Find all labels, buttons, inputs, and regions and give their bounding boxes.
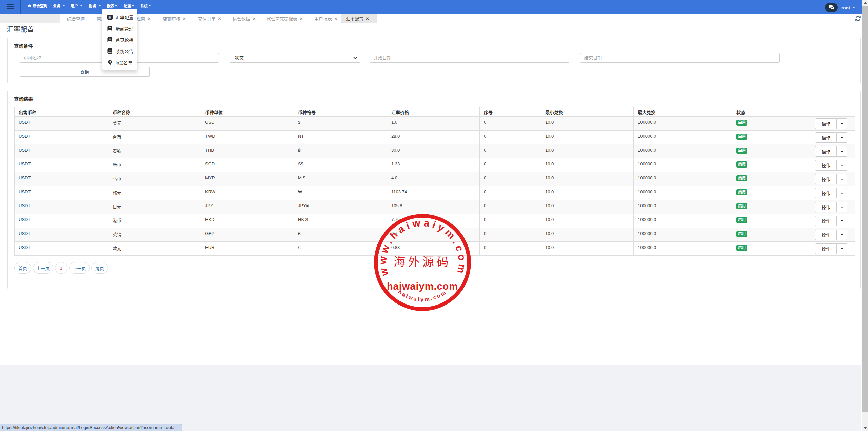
action-dropdown-toggle[interactable]: [837, 132, 847, 143]
navbar-menu-label: 配置: [124, 3, 131, 8]
cell-currency-unit: MYR: [201, 172, 294, 186]
tab[interactable]: 充值订单 ×: [198, 14, 221, 23]
navbar-menu-item[interactable]: 用户: [71, 0, 83, 12]
action-button[interactable]: 操作: [815, 174, 837, 184]
dropdown-menu-item[interactable]: ip黑名单: [102, 57, 137, 68]
cell-currency-symbol: HK $: [294, 214, 387, 228]
tab-close-icon[interactable]: ×: [218, 16, 221, 21]
vertical-scrollbar[interactable]: [862, 0, 868, 431]
cell-currency-symbol: JPY¥: [294, 200, 387, 214]
end-date-input[interactable]: [580, 53, 780, 63]
navbar-menu-item[interactable]: 系统: [140, 0, 151, 12]
refresh-icon[interactable]: [855, 16, 861, 21]
status-badge: 启用: [736, 161, 747, 168]
dropdown-menu-item[interactable]: 新闻管理: [102, 23, 137, 34]
action-dropdown-toggle[interactable]: [837, 118, 847, 129]
start-date-input[interactable]: [370, 53, 569, 63]
cell-status: 启用: [732, 131, 811, 144]
results-panel-heading: 查询结果: [14, 95, 33, 102]
pagination-button[interactable]: 尾页: [91, 262, 108, 274]
action-button[interactable]: 操作: [815, 132, 837, 143]
action-dropdown-toggle[interactable]: [837, 230, 847, 240]
action-button[interactable]: 操作: [815, 243, 837, 254]
scroll-up-button[interactable]: [862, 0, 868, 6]
cell-exchange-rate: 4.0: [387, 172, 480, 186]
cell-sequence: 0: [480, 158, 541, 172]
book-icon: [107, 26, 112, 31]
navbar-menu-item[interactable]: 综合查询: [27, 0, 47, 12]
table-row: USDT 港币 HKD HK $ 7.75 0 10.0 100000.0 启用…: [15, 214, 855, 228]
action-dropdown-toggle[interactable]: [837, 243, 847, 254]
pagination-button[interactable]: 首页: [14, 262, 31, 274]
dropdown-menu-item[interactable]: 系统公告: [102, 45, 137, 57]
cell-action: 操作: [811, 144, 855, 158]
dropdown-menu-item[interactable]: 首页轮播: [102, 34, 137, 45]
navbar-menu-item[interactable]: 业务: [53, 0, 65, 12]
cell-exchange-rate: 28.0: [387, 131, 480, 144]
navbar-menu-label: 系统: [140, 3, 148, 8]
chevron-down-icon: [132, 5, 134, 6]
tab-close-icon[interactable]: ×: [253, 16, 256, 21]
action-button[interactable]: 操作: [815, 202, 837, 212]
dropdown-menu-label: 系统公告: [116, 48, 133, 54]
tab-close-icon[interactable]: ×: [334, 16, 337, 21]
cell-currency-unit: KRW: [201, 186, 294, 200]
action-button[interactable]: 操作: [815, 160, 837, 171]
cell-status: 启用: [732, 200, 811, 214]
action-button[interactable]: 操作: [815, 118, 837, 129]
navbar-menu-item[interactable]: 财务: [89, 0, 101, 12]
pagination-button[interactable]: 上一页: [33, 262, 53, 274]
cell-currency-name: 新币: [108, 158, 201, 172]
tab[interactable]: 运营数据 ×: [233, 14, 256, 23]
tab[interactable]: 代理商充提报表 ×: [267, 14, 303, 23]
username: root: [841, 5, 850, 11]
scrollbar-thumb[interactable]: [862, 6, 868, 412]
pagination-button[interactable]: 1: [55, 262, 67, 274]
messages-button[interactable]: [825, 3, 838, 12]
tab-close-icon[interactable]: ×: [366, 16, 369, 21]
action-dropdown-toggle[interactable]: [837, 188, 847, 198]
table-header-cell: 币种符号: [294, 107, 387, 117]
tab[interactable]: 用户报表 ×: [314, 14, 337, 23]
cell-sell-currency: USDT: [15, 144, 108, 158]
cell-currency-name: 美元: [108, 117, 201, 131]
cell-sell-currency: USDT: [15, 172, 108, 186]
scroll-down-button[interactable]: [862, 425, 868, 431]
cell-max-exchange: 100000.0: [634, 131, 732, 144]
cell-min-exchange: 10.0: [541, 186, 634, 200]
action-button[interactable]: 操作: [815, 188, 837, 198]
cell-currency-symbol: £: [294, 228, 387, 242]
tab-close-icon[interactable]: ×: [183, 16, 186, 21]
action-button[interactable]: 操作: [815, 230, 837, 240]
status-badge: 启用: [736, 189, 747, 195]
cell-currency-symbol: S$: [294, 158, 387, 172]
action-dropdown-toggle[interactable]: [837, 216, 847, 226]
action-dropdown-toggle[interactable]: [837, 160, 847, 171]
hamburger-menu-icon[interactable]: [7, 4, 14, 9]
tab[interactable]: 综合查询: [67, 14, 85, 23]
tab[interactable]: 店铺审核 ×: [163, 14, 186, 23]
cell-sell-currency: USDT: [15, 186, 108, 200]
tab-label: 用户报表: [314, 15, 332, 22]
table-header-cell: 币种单位: [201, 107, 294, 117]
table-row: USDT 马币 MYR M $ 4.0 0 10.0 100000.0 启用 操…: [15, 172, 855, 186]
tab[interactable]: 汇率配置 ×: [341, 14, 377, 23]
tab-close-icon[interactable]: ×: [300, 16, 303, 21]
tab-close-icon[interactable]: ×: [147, 16, 151, 21]
action-dropdown-toggle[interactable]: [837, 174, 847, 184]
action-dropdown-toggle[interactable]: [837, 202, 847, 212]
status-select[interactable]: 状态: [230, 53, 360, 63]
query-results-panel: 查询结果 出售币种币种名称币种单位币种符号汇率价格序号最小兑换最大兑换状态 US…: [7, 91, 861, 289]
dropdown-menu-item[interactable]: H 汇率配置: [102, 12, 137, 23]
cell-currency-unit: JPY: [201, 200, 294, 214]
user-menu[interactable]: root: [841, 5, 855, 11]
status-badge: 启用: [736, 231, 747, 237]
pagination-button[interactable]: 下一页: [69, 262, 90, 274]
triangle-up-icon: [864, 2, 867, 4]
action-button[interactable]: 操作: [815, 146, 837, 157]
cell-status: 启用: [732, 158, 811, 172]
browser-status-bar: https://tiktok.jiuzhouw.top/admin/normal…: [0, 424, 182, 431]
action-dropdown-toggle[interactable]: [837, 146, 847, 157]
tab-label: 运营数据: [233, 15, 250, 22]
action-button[interactable]: 操作: [815, 216, 837, 226]
